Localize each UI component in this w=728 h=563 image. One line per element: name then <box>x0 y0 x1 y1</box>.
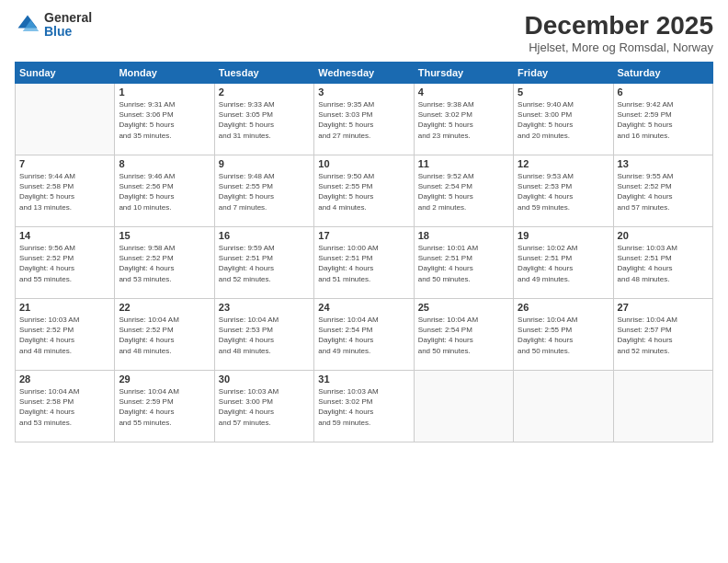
day-info: Sunrise: 10:01 AM Sunset: 2:51 PM Daylig… <box>418 243 509 284</box>
calendar-cell: 9Sunrise: 9:48 AM Sunset: 2:55 PM Daylig… <box>214 155 313 227</box>
day-number: 18 <box>418 230 509 241</box>
day-number: 22 <box>119 302 210 313</box>
calendar-cell: 27Sunrise: 10:04 AM Sunset: 2:57 PM Dayl… <box>613 299 712 371</box>
day-info: Sunrise: 10:04 AM Sunset: 2:58 PM Daylig… <box>19 386 110 428</box>
day-info: Sunrise: 9:38 AM Sunset: 3:02 PM Dayligh… <box>418 99 509 141</box>
day-number: 5 <box>518 86 609 98</box>
day-number: 13 <box>618 158 709 169</box>
day-number: 20 <box>618 230 709 241</box>
day-info: Sunrise: 10:03 AM Sunset: 2:52 PM Daylig… <box>19 315 110 356</box>
calendar-cell <box>16 84 115 155</box>
day-info: Sunrise: 9:48 AM Sunset: 2:55 PM Dayligh… <box>219 171 310 213</box>
day-info: Sunrise: 9:31 AM Sunset: 3:06 PM Dayligh… <box>119 99 210 141</box>
day-info: Sunrise: 9:35 AM Sunset: 3:03 PM Dayligh… <box>318 99 409 141</box>
day-info: Sunrise: 10:03 AM Sunset: 3:02 PM Daylig… <box>318 386 409 428</box>
day-number: 25 <box>418 302 509 313</box>
subtitle: Hjelset, More og Romsdal, Norway <box>525 40 713 54</box>
day-info: Sunrise: 10:04 AM Sunset: 2:59 PM Daylig… <box>119 386 210 428</box>
calendar-cell: 10Sunrise: 9:50 AM Sunset: 2:55 PM Dayli… <box>314 155 414 227</box>
calendar-cell: 14Sunrise: 9:56 AM Sunset: 2:52 PM Dayli… <box>16 227 115 299</box>
weekday-header-friday: Friday <box>514 63 613 84</box>
calendar-week-row: 1Sunrise: 9:31 AM Sunset: 3:06 PM Daylig… <box>16 84 713 155</box>
day-info: Sunrise: 9:42 AM Sunset: 2:59 PM Dayligh… <box>618 99 709 141</box>
calendar-cell <box>414 371 513 442</box>
day-info: Sunrise: 9:40 AM Sunset: 3:00 PM Dayligh… <box>518 99 609 141</box>
calendar-week-row: 21Sunrise: 10:03 AM Sunset: 2:52 PM Dayl… <box>16 299 713 371</box>
calendar-cell: 15Sunrise: 9:58 AM Sunset: 2:52 PM Dayli… <box>115 227 214 299</box>
day-info: Sunrise: 10:04 AM Sunset: 2:53 PM Daylig… <box>219 315 310 356</box>
day-info: Sunrise: 9:56 AM Sunset: 2:52 PM Dayligh… <box>19 243 110 284</box>
day-info: Sunrise: 9:46 AM Sunset: 2:56 PM Dayligh… <box>119 171 210 213</box>
day-info: Sunrise: 9:58 AM Sunset: 2:52 PM Dayligh… <box>119 243 210 284</box>
calendar-week-row: 7Sunrise: 9:44 AM Sunset: 2:58 PM Daylig… <box>16 155 713 227</box>
day-info: Sunrise: 10:04 AM Sunset: 2:54 PM Daylig… <box>318 315 409 356</box>
calendar-cell: 22Sunrise: 10:04 AM Sunset: 2:52 PM Dayl… <box>115 299 214 371</box>
day-number: 21 <box>19 302 110 313</box>
main-title: December 2025 <box>525 11 713 40</box>
calendar-cell: 1Sunrise: 9:31 AM Sunset: 3:06 PM Daylig… <box>115 84 214 155</box>
calendar-cell: 28Sunrise: 10:04 AM Sunset: 2:58 PM Dayl… <box>16 371 115 442</box>
day-number: 7 <box>19 158 110 169</box>
weekday-header-monday: Monday <box>115 63 214 84</box>
calendar-cell: 20Sunrise: 10:03 AM Sunset: 2:51 PM Dayl… <box>613 227 712 299</box>
day-number: 10 <box>318 158 409 169</box>
calendar-cell: 26Sunrise: 10:04 AM Sunset: 2:55 PM Dayl… <box>514 299 613 371</box>
day-number: 27 <box>618 302 709 313</box>
day-number: 1 <box>119 86 210 98</box>
calendar-cell: 30Sunrise: 10:03 AM Sunset: 3:00 PM Dayl… <box>214 371 313 442</box>
day-number: 23 <box>219 302 310 313</box>
day-info: Sunrise: 10:03 AM Sunset: 2:51 PM Daylig… <box>618 243 709 284</box>
day-number: 16 <box>219 230 310 241</box>
calendar-cell <box>514 371 613 442</box>
day-number: 29 <box>119 373 210 385</box>
day-info: Sunrise: 10:03 AM Sunset: 3:00 PM Daylig… <box>219 386 310 428</box>
calendar-cell: 2Sunrise: 9:33 AM Sunset: 3:05 PM Daylig… <box>214 84 313 155</box>
calendar-cell: 4Sunrise: 9:38 AM Sunset: 3:02 PM Daylig… <box>414 84 513 155</box>
calendar-cell: 19Sunrise: 10:02 AM Sunset: 2:51 PM Dayl… <box>514 227 613 299</box>
day-info: Sunrise: 9:52 AM Sunset: 2:54 PM Dayligh… <box>418 171 509 213</box>
calendar-cell: 16Sunrise: 9:59 AM Sunset: 2:51 PM Dayli… <box>214 227 313 299</box>
day-info: Sunrise: 9:59 AM Sunset: 2:51 PM Dayligh… <box>219 243 310 284</box>
day-info: Sunrise: 9:50 AM Sunset: 2:55 PM Dayligh… <box>318 171 409 213</box>
calendar-cell: 13Sunrise: 9:55 AM Sunset: 2:52 PM Dayli… <box>613 155 712 227</box>
logo: General Blue <box>15 11 92 40</box>
calendar-cell: 11Sunrise: 9:52 AM Sunset: 2:54 PM Dayli… <box>414 155 513 227</box>
day-number: 12 <box>518 158 609 169</box>
header: General Blue December 2025 Hjelset, More… <box>15 11 713 54</box>
day-number: 14 <box>19 230 110 241</box>
day-number: 9 <box>219 158 310 169</box>
day-number: 2 <box>219 86 310 98</box>
day-info: Sunrise: 9:53 AM Sunset: 2:53 PM Dayligh… <box>518 171 609 213</box>
day-number: 3 <box>318 86 409 98</box>
weekday-header-saturday: Saturday <box>613 63 712 84</box>
day-info: Sunrise: 9:33 AM Sunset: 3:05 PM Dayligh… <box>219 99 310 141</box>
weekday-header-thursday: Thursday <box>414 63 513 84</box>
calendar-cell: 24Sunrise: 10:04 AM Sunset: 2:54 PM Dayl… <box>314 299 414 371</box>
day-number: 19 <box>518 230 609 241</box>
logo-icon <box>15 12 40 38</box>
day-number: 30 <box>219 373 310 385</box>
day-info: Sunrise: 10:04 AM Sunset: 2:52 PM Daylig… <box>119 315 210 356</box>
calendar-cell: 5Sunrise: 9:40 AM Sunset: 3:00 PM Daylig… <box>514 84 613 155</box>
calendar-table: SundayMondayTuesdayWednesdayThursdayFrid… <box>15 62 713 442</box>
calendar-cell: 31Sunrise: 10:03 AM Sunset: 3:02 PM Dayl… <box>314 371 414 442</box>
calendar-cell: 8Sunrise: 9:46 AM Sunset: 2:56 PM Daylig… <box>115 155 214 227</box>
day-number: 26 <box>518 302 609 313</box>
calendar-cell: 6Sunrise: 9:42 AM Sunset: 2:59 PM Daylig… <box>613 84 712 155</box>
calendar-cell: 29Sunrise: 10:04 AM Sunset: 2:59 PM Dayl… <box>115 371 214 442</box>
day-number: 4 <box>418 86 509 98</box>
calendar-week-row: 28Sunrise: 10:04 AM Sunset: 2:58 PM Dayl… <box>16 371 713 442</box>
day-number: 15 <box>119 230 210 241</box>
logo-text: General Blue <box>44 11 92 40</box>
calendar-cell: 23Sunrise: 10:04 AM Sunset: 2:53 PM Dayl… <box>214 299 313 371</box>
weekday-header-row: SundayMondayTuesdayWednesdayThursdayFrid… <box>16 63 713 84</box>
day-info: Sunrise: 10:04 AM Sunset: 2:54 PM Daylig… <box>418 315 509 356</box>
calendar-cell: 3Sunrise: 9:35 AM Sunset: 3:03 PM Daylig… <box>314 84 414 155</box>
calendar-cell: 21Sunrise: 10:03 AM Sunset: 2:52 PM Dayl… <box>16 299 115 371</box>
day-number: 11 <box>418 158 509 169</box>
weekday-header-tuesday: Tuesday <box>214 63 313 84</box>
logo-blue-text: Blue <box>44 25 92 39</box>
calendar-week-row: 14Sunrise: 9:56 AM Sunset: 2:52 PM Dayli… <box>16 227 713 299</box>
page: General Blue December 2025 Hjelset, More… <box>0 0 728 563</box>
day-number: 17 <box>318 230 409 241</box>
